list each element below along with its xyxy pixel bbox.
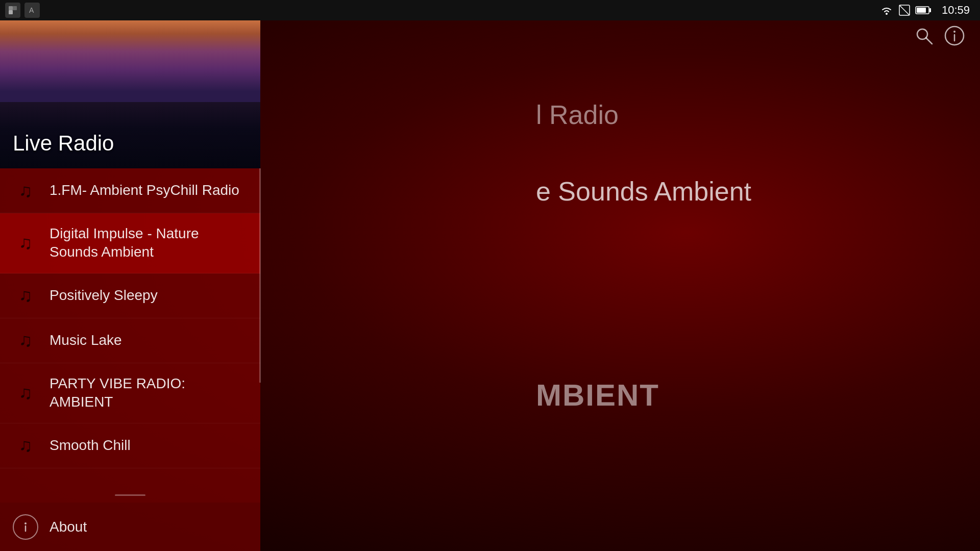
status-bar: A 10:59: [0, 0, 980, 20]
wifi-icon: [879, 5, 894, 16]
sidebar-hero: Live Radio: [0, 20, 260, 168]
divider-line: [115, 494, 145, 496]
list-item-smooth-chill[interactable]: ♫ Smooth Chill: [0, 423, 260, 468]
battery-icon: [915, 6, 932, 15]
search-button[interactable]: [914, 26, 934, 51]
list-item-positively-sleepy[interactable]: ♫ Positively Sleepy: [0, 273, 260, 318]
status-time: 10:59: [942, 4, 970, 17]
svg-rect-2: [13, 6, 17, 10]
svg-rect-9: [929, 8, 931, 12]
sidebar-divider: [0, 487, 260, 503]
list-item-party-vibe[interactable]: ♫ PARTY VIBE RADIO: AMBIENT: [0, 363, 260, 423]
app-icon-2: A: [24, 3, 40, 18]
status-icons: 10:59: [879, 4, 970, 17]
app-icon-1: [5, 3, 20, 18]
action-buttons: [914, 26, 965, 51]
svg-point-14: [953, 31, 955, 33]
station-label-smooth-chill: Smooth Chill: [50, 436, 131, 455]
svg-rect-0: [9, 6, 13, 10]
svg-line-6: [899, 5, 910, 15]
station-label-1fm: 1.FM- Ambient PsyChill Radio: [50, 181, 239, 199]
svg-rect-1: [9, 10, 13, 14]
svg-rect-8: [917, 8, 926, 13]
station-label-digital-impulse: Digital Impulse - Nature Sounds Ambient: [50, 224, 248, 262]
about-label: About: [50, 519, 87, 535]
music-icon-1: ♫: [13, 180, 38, 202]
station-label-party-vibe: PARTY VIBE RADIO: AMBIENT: [50, 374, 248, 412]
list-item-1fm[interactable]: ♫ 1.FM- Ambient PsyChill Radio: [0, 168, 260, 213]
list-item-music-lake[interactable]: ♫ Music Lake: [0, 318, 260, 363]
info-circle-icon: [13, 514, 38, 540]
sidebar-list: ♫ 1.FM- Ambient PsyChill Radio ♫ Digital…: [0, 168, 260, 487]
svg-point-16: [24, 522, 27, 524]
music-icon-3: ♫: [13, 285, 38, 306]
info-button[interactable]: [944, 26, 965, 51]
station-label-positively-sleepy: Positively Sleepy: [50, 286, 158, 305]
music-icon-5: ♫: [13, 382, 38, 404]
content-page-title: l Radio: [536, 99, 619, 130]
music-icon-4: ♫: [13, 330, 38, 351]
status-left-icons: A: [5, 0, 40, 20]
content-station-name: e Sounds Ambient: [536, 176, 751, 207]
svg-point-4: [886, 13, 888, 15]
svg-line-11: [926, 38, 932, 44]
vertical-divider: [259, 168, 261, 383]
sidebar: Live Radio ♫ 1.FM- Ambient PsyChill Radi…: [0, 20, 260, 551]
svg-text:A: A: [29, 6, 34, 14]
content-party-label: MBIENT: [536, 378, 659, 413]
sidebar-hero-title: Live Radio: [13, 131, 114, 156]
about-item[interactable]: About: [0, 503, 260, 551]
music-icon-2: ♫: [13, 232, 38, 254]
signal-icon: [899, 5, 910, 16]
content-area: l Radio e Sounds Ambient MBIENT: [260, 20, 980, 551]
station-label-music-lake: Music Lake: [50, 331, 122, 349]
list-item-digital-impulse[interactable]: ♫ Digital Impulse - Nature Sounds Ambien…: [0, 213, 260, 273]
music-icon-6: ♫: [13, 435, 38, 456]
